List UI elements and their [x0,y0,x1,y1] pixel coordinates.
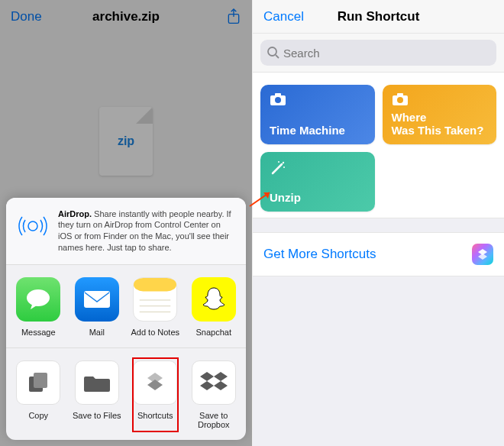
cancel-button[interactable]: Cancel [263,9,304,24]
share-sheet: AirDrop. Share instantly with people nea… [6,198,246,440]
share-app-label: Add to Notes [131,328,179,337]
search-input[interactable] [260,40,496,66]
right-navbar: Cancel Run Shortcut [253,0,504,34]
action-label: Copy [28,411,48,420]
get-more-shortcuts[interactable]: Get More Shortcuts [253,232,504,276]
share-app-message[interactable]: Message [9,277,68,337]
mail-icon [75,277,119,322]
search-bar-wrap [253,34,504,73]
svg-rect-17 [397,93,403,96]
card-label: Time Machine [270,124,366,137]
svg-point-20 [283,162,284,163]
card-label: Where Was This Taken? [392,111,488,137]
get-more-label: Get More Shortcuts [263,247,376,262]
airdrop-icon [15,208,50,244]
action-label: Save to Files [73,411,121,420]
card-label: Unzip [270,191,366,204]
svg-point-22 [278,161,279,163]
share-app-label: Mail [89,328,105,337]
svg-line-12 [276,55,279,58]
share-apps-row: Message Mail Add to Notes Snapchat [6,265,246,348]
search-icon [267,46,280,60]
svg-line-19 [273,164,282,173]
action-shortcuts[interactable]: Shortcuts [126,360,185,429]
left-screen: Done archive.zip zip [0,0,252,446]
svg-point-18 [397,97,403,103]
action-dropbox[interactable]: Save to Dropbox [185,360,244,429]
wand-icon [270,160,366,176]
share-app-label: Message [21,328,56,337]
shortcut-card-time-machine[interactable]: Time Machine [260,85,375,144]
action-save-files[interactable]: Save to Files [68,360,127,429]
shortcuts-grid: Time Machine Where Was This Taken? Unzip [253,73,504,218]
share-app-label: Snapchat [196,328,231,337]
svg-rect-4 [84,291,110,308]
svg-rect-5 [134,278,176,291]
shortcut-card-where-taken[interactable]: Where Was This Taken? [383,85,497,144]
action-label: Shortcuts [137,411,173,420]
svg-point-15 [275,97,281,103]
action-label: Save to Dropbox [185,411,244,429]
svg-point-3 [27,289,50,306]
copy-icon [16,360,60,405]
shortcuts-icon [133,360,177,405]
action-copy[interactable]: Copy [9,360,68,429]
svg-point-2 [28,221,37,231]
dropbox-icon [192,360,236,405]
svg-point-21 [283,166,285,168]
share-app-notes[interactable]: Add to Notes [126,277,185,337]
message-icon [16,277,60,322]
camera-icon [270,92,366,109]
notes-icon [133,277,177,322]
shortcut-card-unzip[interactable]: Unzip [260,152,375,212]
share-app-mail[interactable]: Mail [68,277,127,337]
share-actions-row: Copy Save to Files Shortcuts Save to D [6,348,246,440]
airdrop-text: AirDrop. Share instantly with people nea… [58,208,237,254]
snapchat-icon [192,277,236,322]
svg-rect-14 [275,93,281,96]
svg-rect-10 [34,373,47,388]
airdrop-section[interactable]: AirDrop. Share instantly with people nea… [6,198,246,265]
right-screen: Cancel Run Shortcut Time Machine Where W… [252,0,504,446]
share-app-snapchat[interactable]: Snapchat [185,277,244,337]
folder-icon [75,360,119,405]
svg-point-11 [268,47,276,56]
shortcuts-app-icon [472,244,493,265]
camera-icon [392,92,488,109]
